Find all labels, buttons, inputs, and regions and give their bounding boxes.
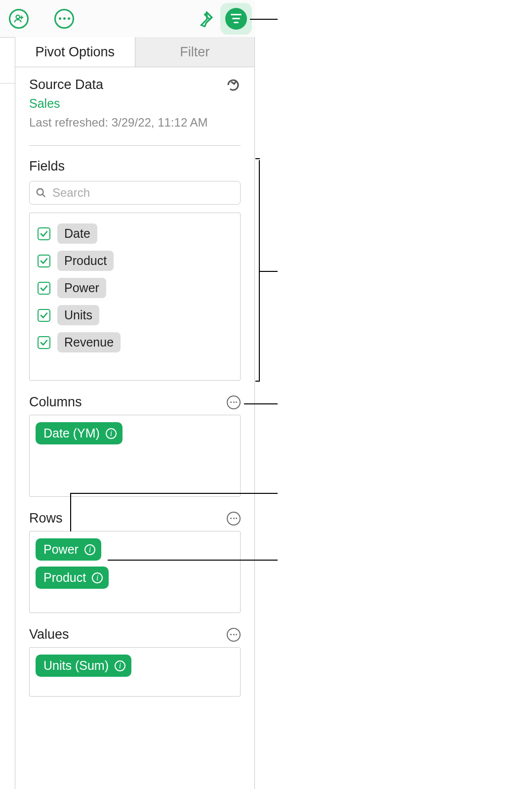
source-table-link[interactable]: Sales [29, 96, 241, 111]
more-icon[interactable] [54, 9, 74, 29]
row-pill-product[interactable]: Product i [36, 567, 109, 589]
tab-filter[interactable]: Filter [135, 37, 255, 67]
svg-point-3 [37, 189, 43, 195]
info-icon[interactable]: i [84, 544, 95, 555]
callout-line [244, 403, 278, 404]
values-more-icon[interactable] [227, 628, 241, 642]
callout-line [70, 493, 71, 531]
columns-heading: Columns [29, 394, 82, 410]
columns-more-icon[interactable] [227, 395, 241, 409]
collaborate-icon[interactable] [9, 9, 29, 29]
field-chip-product[interactable]: Product [57, 251, 114, 271]
pill-label: Product [43, 570, 86, 585]
field-chip-power[interactable]: Power [57, 278, 106, 298]
callout-tick [255, 158, 260, 159]
fields-heading: Fields [29, 159, 241, 174]
info-icon[interactable]: i [115, 660, 125, 671]
field-checkbox[interactable] [38, 227, 50, 240]
svg-point-0 [16, 15, 20, 18]
organize-icon[interactable] [223, 6, 249, 32]
columns-drop-zone[interactable]: Date (YM) i [29, 415, 241, 497]
info-icon[interactable]: i [92, 572, 103, 583]
field-chip-date[interactable]: Date [57, 223, 97, 244]
field-row: Power [35, 274, 235, 302]
field-chip-revenue[interactable]: Revenue [57, 332, 121, 352]
field-checkbox[interactable] [38, 282, 50, 295]
pill-label: Date (YM) [43, 426, 100, 440]
callout-tick [255, 381, 260, 382]
refresh-icon[interactable] [226, 78, 241, 92]
fields-search[interactable] [29, 181, 241, 205]
format-paintbrush-icon[interactable] [196, 9, 215, 29]
field-row: Units [35, 302, 235, 329]
field-checkbox[interactable] [38, 255, 50, 267]
source-data-heading: Source Data [29, 77, 103, 92]
source-refreshed-label: Last refreshed: 3/29/22, 11:12 AM [29, 116, 241, 130]
callout-line [70, 493, 278, 494]
values-drop-zone[interactable]: Units (Sum) i [29, 647, 241, 697]
field-row: Revenue [35, 329, 235, 356]
field-checkbox[interactable] [38, 336, 50, 349]
callout-line [250, 19, 278, 20]
rows-more-icon[interactable] [227, 512, 241, 526]
value-pill-units-sum[interactable]: Units (Sum) i [36, 655, 131, 677]
field-checkbox[interactable] [38, 309, 50, 322]
fields-list: Date Product Power Units Revenue [29, 213, 241, 381]
search-icon [36, 187, 46, 198]
field-chip-units[interactable]: Units [57, 305, 99, 325]
rows-drop-zone[interactable]: Power i Product i [29, 531, 241, 613]
rows-heading: Rows [29, 511, 63, 526]
info-icon[interactable]: i [106, 428, 117, 439]
values-heading: Values [29, 627, 69, 642]
pill-label: Units (Sum) [43, 658, 109, 673]
callout-line [259, 271, 278, 272]
svg-line-4 [42, 194, 45, 197]
pivot-options-panel: Pivot Options Filter Source Data Sales L… [15, 37, 255, 789]
field-row: Product [35, 247, 235, 274]
callout-line [108, 560, 278, 561]
panel-tabs: Pivot Options Filter [15, 37, 254, 67]
field-row: Date [35, 220, 235, 247]
tab-pivot-options[interactable]: Pivot Options [15, 37, 135, 67]
sheet-gutter [0, 37, 15, 789]
pill-label: Power [43, 542, 79, 557]
column-pill-date-ym[interactable]: Date (YM) i [36, 422, 123, 444]
toolbar [0, 0, 255, 38]
fields-search-input[interactable] [51, 185, 234, 200]
divider [29, 145, 241, 146]
row-pill-power[interactable]: Power i [36, 538, 101, 561]
